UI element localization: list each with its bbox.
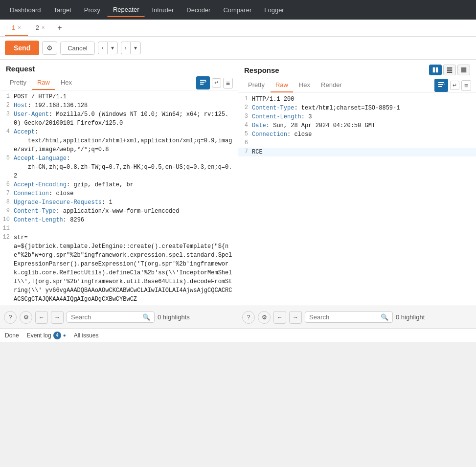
response-bottom-bar: ? ⚙ ← → 🔍 0 highlight [238, 306, 476, 328]
response-menu-icon[interactable]: ≡ [461, 80, 471, 91]
response-tab-hex[interactable]: Hex [294, 78, 315, 92]
request-line-8: 8 Upgrade-Insecure-Requests: 1 [0, 198, 238, 207]
request-line-3: 3 User-Agent: Mozilla/5.0 (Windows NT 10… [0, 110, 238, 128]
request-panel-tabs: Pretty Raw Hex ↵ ≡ [0, 76, 238, 90]
request-settings-button[interactable]: ⚙ [20, 311, 32, 324]
response-tab-render[interactable]: Render [316, 78, 347, 92]
response-line-7: 7 RCE [238, 148, 476, 156]
response-fullscreen-icon[interactable] [457, 65, 470, 75]
response-tab-pretty[interactable]: Pretty [243, 78, 270, 92]
request-line-6: 6 Accept-Encoding: gzip, deflate, br [0, 180, 238, 189]
response-settings-button[interactable]: ⚙ [258, 311, 271, 324]
response-line-2: 2 Content-Type: text/html;charset=ISO-88… [238, 104, 476, 112]
settings-button[interactable]: ⚙ [42, 41, 57, 55]
request-content: 1 POST / HTTP/1.1 2 Host: 192.168.136.12… [0, 90, 238, 306]
request-back-button[interactable]: ← [35, 311, 48, 324]
response-help-button[interactable]: ? [242, 311, 255, 324]
response-list-view-icon[interactable] [443, 65, 456, 75]
response-highlights-label: 0 highlight [396, 313, 425, 321]
back-dropdown-button[interactable]: ▾ [107, 42, 118, 54]
nav-comparer[interactable]: Comparer [217, 3, 257, 17]
response-newline-icon[interactable]: ↵ [450, 81, 459, 90]
response-line-4: 4 Date: Sun, 28 Apr 2024 04:20:50 GMT [238, 121, 476, 130]
event-dot-icon: ● [63, 333, 66, 338]
status-bar: Done Event log 4 ● All issues [0, 328, 476, 342]
forward-button[interactable]: › [121, 42, 130, 54]
nav-repeater[interactable]: Repeater [107, 3, 145, 17]
request-panel: Request Pretty Raw Hex ↵ ≡ 1 POST / HTTP… [0, 60, 238, 328]
request-forward-button[interactable]: → [51, 311, 64, 324]
request-line-4: 4 Accept: text/html,application/xhtml+xm… [0, 128, 238, 154]
request-help-button[interactable]: ? [4, 311, 17, 324]
tab-2-close[interactable]: × [42, 24, 45, 30]
response-split-view-icon[interactable] [429, 65, 442, 75]
request-line-12: 12 str= [0, 233, 238, 242]
request-tab-hex[interactable]: Hex [56, 76, 77, 90]
event-log-label: Event log [27, 332, 51, 339]
request-line-body: a=${jetbrick.template.JetEngine::create(… [0, 242, 238, 304]
tab-1-close[interactable]: × [18, 24, 21, 30]
request-highlights-label: 0 highlights [158, 313, 190, 321]
svg-rect-1 [200, 82, 204, 83]
back-nav-group: ‹ ▾ [98, 42, 118, 54]
response-search-icon: 🔍 [381, 313, 388, 321]
request-tab-icons: ↵ ≡ [196, 76, 233, 89]
nav-intruder[interactable]: Intruder [146, 3, 180, 17]
response-panel-tabs: Pretty Raw Hex Render ↵ ≡ [238, 78, 476, 93]
svg-rect-9 [438, 82, 444, 83]
cancel-button[interactable]: Cancel [60, 42, 94, 55]
panels-container: Request Pretty Raw Hex ↵ ≡ 1 POST / HTTP… [0, 60, 476, 328]
svg-rect-3 [433, 67, 435, 73]
forward-nav-group: › ▾ [121, 42, 141, 54]
request-bottom-bar: ? ⚙ ← → 🔍 0 highlights [0, 306, 238, 328]
nav-decoder[interactable]: Decoder [181, 3, 216, 17]
event-log-badge: 4 [53, 332, 61, 339]
svg-rect-2 [200, 84, 204, 85]
done-label: Done [5, 332, 19, 339]
back-button[interactable]: ‹ [98, 42, 107, 54]
request-search-input[interactable] [71, 313, 140, 321]
response-forward-button[interactable]: → [289, 311, 302, 324]
request-menu-icon[interactable]: ≡ [223, 78, 233, 89]
request-wordwrap-icon[interactable] [196, 76, 210, 89]
event-log-button[interactable]: Event log 4 ● [27, 332, 66, 339]
nav-logger[interactable]: Logger [258, 3, 290, 17]
response-tab-raw[interactable]: Raw [271, 78, 293, 92]
repeater-toolbar: Send ⚙ Cancel ‹ ▾ › ▾ [0, 37, 476, 60]
tab-add-button[interactable]: + [52, 20, 67, 36]
request-line-7: 7 Connection: close [0, 189, 238, 198]
response-view-icons [429, 65, 470, 75]
response-line-1: 1 HTTP/1.1 200 [238, 95, 476, 104]
request-tab-raw[interactable]: Raw [32, 76, 55, 90]
forward-dropdown-button[interactable]: ▾ [130, 42, 141, 54]
response-line-6: 6 [238, 139, 476, 148]
tab-1[interactable]: 1 × [5, 20, 28, 36]
request-line-10: 10 Content-Length: 8296 [0, 216, 238, 224]
nav-target[interactable]: Target [48, 3, 77, 17]
all-issues-label[interactable]: All issues [74, 332, 99, 339]
nav-dashboard[interactable]: Dashboard [4, 3, 47, 17]
svg-rect-8 [461, 67, 467, 73]
nav-proxy[interactable]: Proxy [78, 3, 106, 17]
response-back-button[interactable]: ← [273, 311, 286, 324]
repeater-tab-bar: 1 × 2 × + [0, 20, 476, 37]
request-search-box[interactable]: 🔍 [67, 311, 155, 323]
request-line-2: 2 Host: 192.168.136.128 [0, 101, 238, 110]
send-button[interactable]: Send [5, 41, 39, 55]
request-line-11: 11 [0, 224, 238, 233]
response-panel-title: Response [244, 66, 279, 74]
request-line-5: 5 Accept-Language: zh-CN,zh;q=0.8,zh-TW;… [0, 154, 238, 180]
response-wordwrap-icon[interactable] [434, 79, 448, 92]
response-search-input[interactable] [309, 313, 379, 321]
svg-rect-10 [438, 84, 443, 85]
response-search-box[interactable]: 🔍 [305, 311, 393, 323]
response-tab-icons: ↵ ≡ [434, 79, 471, 92]
svg-rect-4 [436, 67, 438, 73]
svg-rect-6 [447, 69, 453, 71]
request-newline-icon[interactable]: ↵ [212, 78, 221, 88]
svg-rect-7 [447, 72, 453, 73]
tab-2[interactable]: 2 × [29, 20, 52, 36]
response-panel: Response Pretty Raw Hex Render [238, 60, 476, 328]
request-tab-pretty[interactable]: Pretty [5, 76, 31, 90]
request-line-1: 1 POST / HTTP/1.1 [0, 92, 238, 101]
